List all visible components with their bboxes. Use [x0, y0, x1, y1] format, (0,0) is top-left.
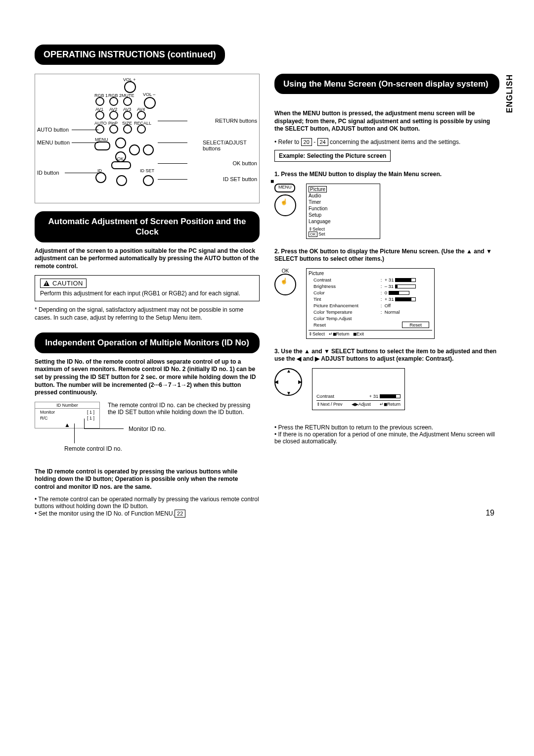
av2-button[interactable] — [109, 111, 118, 120]
id-heading: Independent Operation of Multiple Monito… — [35, 332, 260, 353]
rc-id-label: Remote control ID no. — [64, 445, 122, 452]
idbox-rc-label: R/C — [40, 416, 48, 421]
tail-note-2: • If there is no operation for a period … — [274, 431, 499, 445]
menu-intro: When the MENU button is pressed, the adj… — [274, 110, 499, 133]
step2-text: 2. Press the OK button to display the Pi… — [274, 248, 499, 263]
main-menu-item: Setup — [309, 212, 378, 218]
pinp-label: PinP — [108, 121, 118, 126]
contrast-adj: Adjust — [358, 402, 371, 407]
main-footer-ok: OK — [309, 232, 317, 237]
page-title: OPERATING INSTRUCTIONS (continued) — [35, 45, 225, 65]
av1-button[interactable] — [95, 111, 104, 120]
av1-label: AV1 — [95, 107, 103, 112]
menu-screen-heading: Using the Menu Screen (On-screen display… — [274, 74, 499, 94]
contrast-np: Next / Prev — [320, 402, 343, 407]
auto-adjust-heading: Automatic Adjustment of Screen Position … — [35, 211, 260, 242]
av3-label: AV3 — [123, 107, 131, 112]
page-ref-20: 20 — [301, 138, 312, 146]
id-body1: Setting the ID No. of the remote control… — [35, 358, 260, 397]
page-ref-24: 24 — [317, 138, 328, 146]
idset-label-top: ID SET — [140, 168, 154, 173]
id-check-text: The remote control ID no. can be checked… — [108, 402, 260, 416]
rgb2-label: RGB 2 — [108, 93, 122, 98]
id-button-label: ID button — [37, 170, 59, 176]
main-menu-screen: PictureAudioTimerFunctionSetupLanguage ⇕… — [306, 184, 380, 239]
vol-plus-button[interactable] — [124, 81, 136, 93]
rgb1-button[interactable] — [95, 97, 104, 106]
pic-footer-return: Return — [336, 331, 350, 336]
ok-button[interactable] — [111, 161, 131, 169]
auto-button-label: AUTO button — [37, 127, 69, 133]
menu-button-illustration[interactable]: ◼ MENU — [274, 184, 295, 192]
caution-label: CAUTION — [40, 279, 87, 288]
recall-button[interactable] — [137, 125, 146, 134]
idbox-rc-value: [ 1 ] — [87, 416, 94, 421]
size-label: SIZE — [122, 121, 132, 126]
ok-label-ill: OK — [274, 268, 296, 274]
select-adjust-label: SELECT/ADJUST buttons — [203, 140, 257, 151]
remote-control-diagram: AUTO button MENU button ID button RETURN… — [35, 74, 260, 203]
picture-menu-row: Brightness: – 31 — [310, 284, 431, 289]
auto-button[interactable] — [95, 125, 104, 134]
refer-line: • Refer to 20 - 24 concerning the adjust… — [274, 138, 499, 146]
idset-button-label: ID SET button — [223, 176, 257, 182]
step1-text: 1. Press the MENU button to display the … — [274, 171, 499, 179]
contrast-adjust-screen: Contrast + 31 ⇕Next / Prev ◀▶Adjust ↵◼Re… — [312, 368, 405, 410]
tail-note-1: • Press the RETURN button to return to t… — [274, 424, 499, 431]
ok-press-illustration: ☝ — [274, 274, 296, 295]
main-footer-select: Select — [312, 227, 325, 232]
picture-menu-title: Picture — [309, 271, 432, 276]
id-body2: The ID remote control is operated by pre… — [35, 468, 260, 491]
lower-center-button[interactable] — [116, 175, 127, 186]
example-label: Example: Selecting the Picture screen — [274, 150, 391, 162]
main-footer-set: Set — [317, 232, 325, 236]
recall-label: RECALL — [134, 121, 151, 126]
picture-menu-screen: Picture Contrast: + 31 Brightness: – 31 … — [306, 268, 435, 339]
picture-menu-row: Picture Enhancement: Off — [310, 303, 431, 308]
ok-label-top: OK — [117, 156, 124, 161]
picture-menu-row: Tint: + 31 — [310, 296, 431, 302]
size-button[interactable] — [123, 125, 132, 134]
contrast-value: + 31 — [369, 393, 379, 399]
menu-press-illustration: ☝ — [274, 194, 296, 216]
id-bullet1: • The remote control can be operated nor… — [35, 496, 260, 510]
auto-adjust-intro: Adjustment of the screen to a position s… — [35, 247, 260, 271]
main-menu-item: Language — [309, 218, 378, 225]
idbox-title: ID Number — [35, 402, 99, 409]
pinp-button[interactable] — [109, 125, 118, 134]
cross-button-illustration: ▲ ▼ ◀ ▶ — [274, 368, 302, 396]
id-bullet2: • Set the monitor using the ID No. of Fu… — [35, 510, 260, 518]
caution-box: CAUTION Perform this adjustment for each… — [35, 275, 260, 301]
picture-menu-row: ResetReset — [310, 322, 431, 328]
av3-button[interactable] — [123, 111, 132, 120]
mute-button[interactable] — [123, 97, 132, 106]
idset-button[interactable] — [143, 175, 154, 186]
caution-text: CAUTION — [52, 280, 83, 287]
main-menu-item: Picture — [309, 186, 378, 192]
page-number: 19 — [486, 509, 494, 518]
right-arrow-button[interactable] — [143, 144, 154, 155]
idbox-monitor-value: [ 1 ] — [87, 410, 94, 415]
main-menu-item: Audio — [309, 192, 378, 199]
pic-footer-exit: Exit — [356, 331, 364, 336]
auto-label-top: AUTO — [94, 121, 107, 126]
vol-minus-button[interactable] — [144, 97, 156, 109]
language-tab: ENGLISH — [505, 74, 514, 113]
contrast-label: Contrast — [316, 393, 334, 399]
av4-button[interactable] — [137, 111, 146, 120]
av2-label: AV2 — [109, 107, 117, 112]
up-arrow-button[interactable] — [115, 138, 126, 148]
menu-button[interactable] — [94, 142, 110, 150]
monitor-id-label: Monitor ID no. — [129, 425, 166, 432]
id-button[interactable] — [95, 172, 106, 183]
ok-button-label: OK button — [232, 160, 257, 166]
picture-menu-row: Color Temperature: Normal — [310, 309, 431, 315]
main-menu-item: Function — [309, 205, 378, 212]
warning-icon — [44, 281, 49, 286]
rgb2-button[interactable] — [109, 97, 118, 106]
caution-body: Perform this adjustment for each input (… — [40, 290, 254, 297]
left-arrow-button[interactable] — [129, 144, 140, 155]
step3-text: 3. Use the ▲ and ▼ SELECT buttons to sel… — [274, 348, 499, 363]
page-ref-22: 22 — [175, 510, 185, 518]
picture-menu-row: Color Temp.Adjust — [310, 316, 431, 321]
